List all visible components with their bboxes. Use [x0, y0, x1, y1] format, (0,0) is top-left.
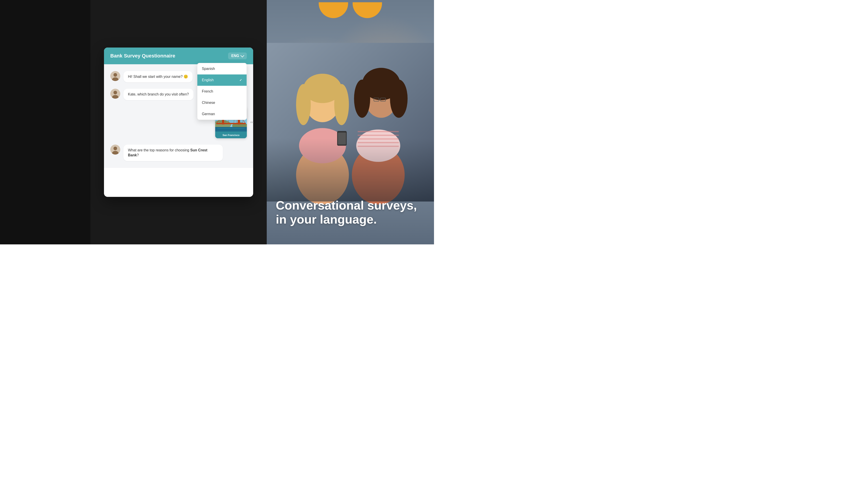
message-text-2: Kate, which branch do you visit often?	[128, 92, 189, 96]
right-panel: Conversational surveys, in your language…	[267, 0, 434, 244]
svg-text:San Francisco: San Francisco	[222, 134, 239, 137]
chat-message-3: What are the top reasons for choosing Su…	[110, 145, 247, 161]
svg-rect-10	[217, 128, 245, 129]
dropdown-label-english: English	[202, 78, 214, 82]
deco-shape-left	[319, 2, 348, 18]
message-text-1: Hi! Shall we start with your name? 🙂	[128, 75, 188, 79]
svg-point-45	[390, 80, 408, 118]
dropdown-item-english[interactable]: English ✓	[197, 75, 247, 86]
bubble-1: Hi! Shall we start with your name? 🙂	[123, 71, 193, 82]
message-text-3-pre: What are the top reasons for choosing	[128, 148, 190, 152]
language-dropdown: Spanish English ✓ French Chinese German	[197, 63, 247, 120]
survey-title: Bank Survey Questionnaire	[110, 53, 175, 59]
language-selector[interactable]: ENG	[228, 53, 247, 59]
bubble-2: Kate, which branch do you visit often?	[123, 89, 193, 100]
dropdown-item-french[interactable]: French	[197, 86, 247, 97]
svg-point-38	[296, 84, 311, 125]
svg-point-1	[114, 73, 117, 77]
left-panel	[0, 0, 90, 244]
svg-rect-11	[216, 130, 246, 131]
dropdown-label-spanish: Spanish	[202, 67, 215, 71]
dropdown-item-chinese[interactable]: Chinese	[197, 97, 247, 108]
dropdown-item-spanish[interactable]: Spanish	[197, 63, 247, 75]
avatar-2	[110, 89, 120, 99]
dropdown-label-french: French	[202, 89, 213, 93]
deco-shapes	[267, 0, 434, 18]
message-text-3-post: ?	[137, 153, 139, 157]
avatar-1	[110, 71, 120, 81]
svg-rect-13	[216, 123, 246, 124]
avatar-3	[110, 145, 120, 154]
chevron-down-icon	[241, 54, 244, 57]
dropdown-label-chinese: Chinese	[202, 101, 215, 105]
check-icon: ✓	[239, 78, 242, 82]
survey-card: Bank Survey Questionnaire ENG Spanish En…	[104, 48, 253, 197]
svg-rect-51	[358, 135, 399, 136]
lang-code: ENG	[231, 54, 239, 58]
survey-header: Bank Survey Questionnaire ENG	[104, 48, 253, 64]
dropdown-item-german[interactable]: German	[197, 108, 247, 120]
dropdown-label-german: German	[202, 112, 215, 116]
edit-icon[interactable]: ✏	[250, 120, 254, 125]
svg-point-31	[114, 147, 117, 150]
svg-point-4	[114, 91, 117, 94]
svg-point-39	[334, 84, 349, 125]
deco-shape-right	[352, 2, 382, 18]
avatar-svg-3	[110, 145, 120, 154]
avatar-svg-1	[110, 71, 120, 81]
avatar-svg-2	[110, 89, 120, 99]
svg-rect-50	[358, 131, 399, 132]
bubble-3: What are the top reasons for choosing Su…	[123, 145, 223, 161]
svg-point-44	[354, 80, 370, 118]
tagline: Conversational surveys, in your language…	[276, 198, 425, 226]
center-panel: Bank Survey Questionnaire ENG Spanish En…	[90, 0, 267, 244]
svg-rect-57	[267, 138, 434, 201]
